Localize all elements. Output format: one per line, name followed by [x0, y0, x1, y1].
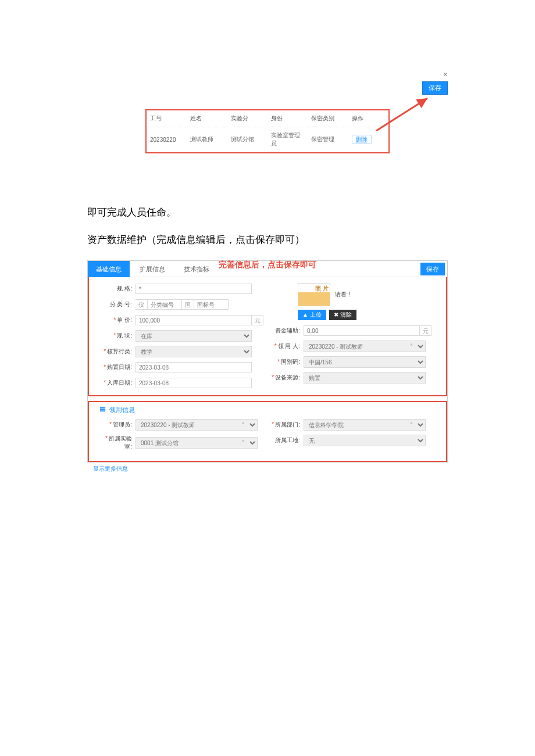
model-prefix: 仪	[135, 299, 147, 310]
cell-role: 实验室管理员	[268, 127, 308, 152]
svg-rect-2	[100, 409, 105, 410]
label-dept: 所属部门:	[268, 421, 300, 429]
personnel-table: 工号 姓名 实验分 身份 保密类别 操作 20230220 测试教师 测试分馆 …	[145, 109, 390, 153]
banner-text: 完善信息后，点击保存即可	[88, 260, 447, 270]
footer-link[interactable]: 显示更多信息	[93, 465, 448, 473]
cell-name: 测试教师	[187, 127, 227, 152]
label-model: 分 类 号:	[99, 300, 132, 309]
select-room[interactable]: 0001 测试分馆	[135, 437, 258, 449]
input-indate[interactable]	[135, 378, 252, 388]
clear-button[interactable]: ✖ 清除	[329, 310, 356, 320]
label-spec: 规 格:	[99, 285, 132, 293]
select-status[interactable]: 在库	[135, 330, 252, 342]
label-status: 现 状:	[99, 332, 132, 340]
select-keeper[interactable]: 20230220 - 测试教师	[304, 341, 426, 352]
label-acc: 资金辅助:	[268, 327, 300, 335]
select-country[interactable]: 中国/156	[304, 356, 426, 368]
cell-lab: 测试分馆	[227, 127, 268, 152]
cell-id: 20230220	[147, 127, 187, 152]
th-role: 身份	[268, 110, 308, 127]
upload-button[interactable]: ▲ 上传	[298, 310, 326, 320]
doc-line-1: 即可完成人员任命。	[87, 206, 448, 219]
table-row: 20230220 测试教师 测试分馆 实验室管理员 保密管理 删除	[147, 127, 388, 152]
select-dept[interactable]: 信息科学学院	[304, 419, 426, 431]
input-price[interactable]	[135, 315, 252, 325]
th-op: 操作	[348, 110, 388, 127]
select-src[interactable]: 购置	[304, 372, 426, 384]
label-indate: 入库日期:	[99, 379, 132, 387]
th-lab: 实验分	[227, 110, 268, 127]
delete-link[interactable]: 删除	[352, 135, 372, 144]
unit-price: 元	[252, 315, 263, 325]
clear-icon[interactable]: ×	[242, 420, 245, 426]
select-mgr[interactable]: 20230220 - 测试教师	[135, 419, 258, 431]
label-buydate: 购置日期:	[99, 363, 132, 371]
label-country: 国别码:	[268, 358, 300, 366]
model-mid: 国	[182, 299, 194, 310]
cell-sec: 保密管理	[308, 127, 348, 152]
clear-icon[interactable]: ×	[410, 342, 413, 347]
clear-icon[interactable]: ×	[410, 420, 413, 426]
label-room: 所属实验室:	[99, 435, 132, 451]
clear-icon[interactable]: ×	[242, 438, 245, 444]
doc-line-2: 资产数据维护（完成信息编辑后，点击保存即可）	[87, 233, 448, 246]
label-site: 所属工地:	[268, 436, 300, 445]
section-title-usage: 领用信息	[99, 406, 436, 414]
label-src: 设备来源:	[268, 374, 300, 382]
label-mgr: 管理员:	[99, 421, 132, 429]
list-icon	[99, 406, 106, 413]
th-name: 姓名	[187, 110, 227, 127]
input-acc[interactable]	[304, 325, 420, 336]
close-icon[interactable]: ×	[443, 70, 448, 79]
label-keeper: 领 用 人:	[268, 342, 300, 350]
photo-hint: 请看！	[335, 291, 352, 299]
svg-rect-3	[100, 410, 105, 411]
select-class[interactable]: 教学	[135, 346, 252, 357]
svg-rect-1	[100, 407, 105, 409]
input-model1[interactable]	[147, 299, 182, 310]
photo-preview: 照 片	[298, 283, 330, 306]
input-buydate[interactable]	[135, 362, 252, 372]
label-class: 核算行类:	[99, 347, 132, 356]
th-sec: 保密类别	[308, 110, 348, 127]
label-price: 单 价:	[99, 316, 132, 324]
th-id: 工号	[147, 110, 187, 127]
unit-acc: 元	[420, 325, 431, 336]
photo-caption: 照 片	[315, 285, 329, 293]
save-button-top[interactable]: 保存	[422, 81, 448, 95]
asset-form-screenshot: 完善信息后，点击保存即可 基础信息 扩展信息 技术指标 保存 规 格: 分 类 …	[87, 260, 448, 463]
select-site[interactable]: 无	[304, 435, 426, 446]
input-model2[interactable]	[194, 299, 229, 310]
input-spec[interactable]	[135, 284, 252, 294]
